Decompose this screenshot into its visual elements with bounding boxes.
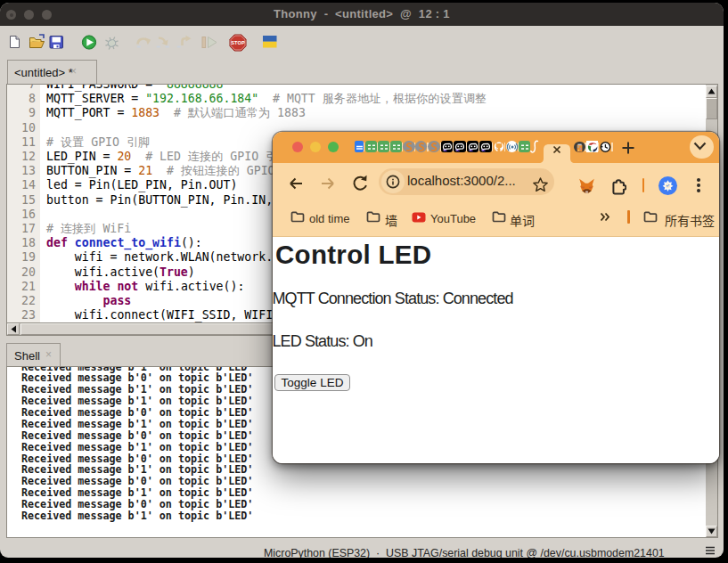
svg-text:STOP: STOP: [231, 40, 245, 45]
